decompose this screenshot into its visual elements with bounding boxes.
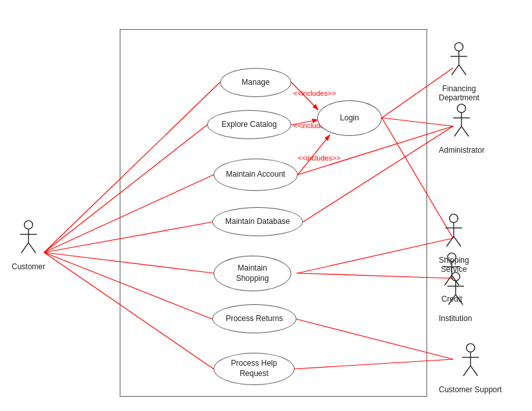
svg-line-42 — [454, 236, 461, 247]
use-case-maintain_shopping: MaintainShopping — [214, 256, 291, 291]
actor-financing: Financing Department — [439, 42, 480, 102]
svg-point-38 — [450, 214, 458, 223]
svg-point-53 — [466, 344, 474, 352]
actor-customer: Customer — [12, 220, 45, 271]
use-case-manage: Manage — [220, 68, 291, 97]
use-case-explore: Explore Catalog — [207, 110, 291, 139]
actor-label-customer_support: Customer Support — [439, 385, 502, 394]
svg-line-41 — [447, 236, 454, 247]
svg-line-26 — [21, 243, 28, 253]
svg-point-23 — [25, 221, 33, 229]
use-case-process_help: Process HelpRequest — [214, 353, 294, 385]
svg-point-48 — [448, 253, 456, 261]
svg-line-31 — [452, 65, 459, 75]
use-case-login: Login — [317, 100, 382, 136]
actor-credit: Credit — [439, 252, 465, 304]
actor-administrator: Administrator — [439, 104, 485, 155]
actor-label-institution: Institution — [439, 314, 472, 323]
svg-line-56 — [463, 366, 471, 376]
actor-customer_support: Customer Support — [439, 343, 502, 394]
use-case-maintain_db: Maintain Database — [212, 207, 303, 236]
svg-line-51 — [445, 275, 452, 285]
actor-label-administrator: Administrator — [439, 146, 485, 155]
svg-line-52 — [452, 275, 459, 285]
svg-line-37 — [461, 126, 469, 137]
use-case-process_returns: Process Returns — [212, 304, 296, 333]
svg-point-33 — [458, 104, 466, 113]
svg-line-36 — [454, 126, 461, 137]
svg-point-28 — [455, 43, 463, 51]
svg-line-27 — [28, 243, 36, 253]
actor-label-financing: Financing Department — [439, 84, 480, 102]
use-case-maintain_account: Maintain Account — [214, 159, 298, 191]
actor-label-credit: Credit — [441, 294, 462, 304]
svg-line-32 — [459, 65, 466, 75]
actor-label-customer: Customer — [12, 262, 45, 271]
svg-line-57 — [471, 366, 478, 376]
